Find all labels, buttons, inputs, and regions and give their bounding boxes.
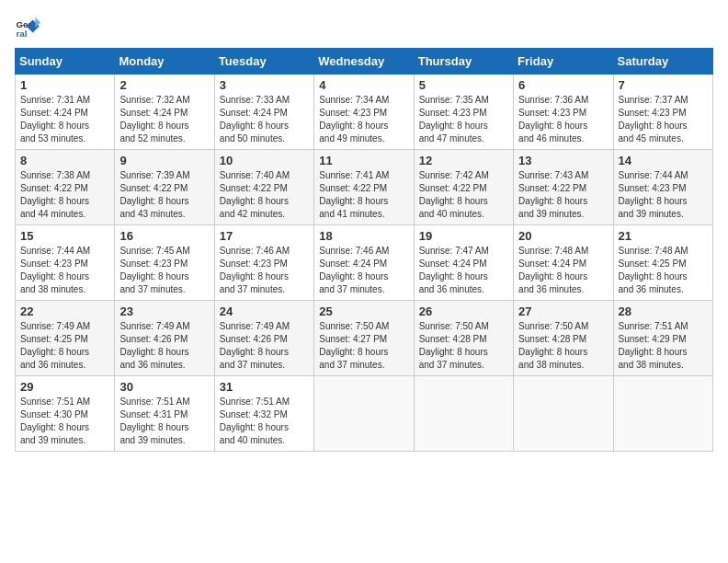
day-number: 1 bbox=[20, 78, 109, 92]
day-info: Sunrise: 7:45 AM Sunset: 4:23 PM Dayligh… bbox=[119, 245, 209, 296]
day-cell: 5Sunrise: 7:35 AM Sunset: 4:23 PM Daylig… bbox=[414, 75, 513, 150]
header-monday: Monday bbox=[115, 49, 214, 75]
day-cell: 31Sunrise: 7:51 AM Sunset: 4:32 PM Dayli… bbox=[214, 376, 313, 452]
day-number: 18 bbox=[319, 229, 408, 243]
day-cell: 17Sunrise: 7:46 AM Sunset: 4:23 PM Dayli… bbox=[214, 225, 313, 301]
header-tuesday: Tuesday bbox=[214, 49, 313, 75]
day-number: 5 bbox=[419, 78, 508, 92]
week-row-4: 22Sunrise: 7:49 AM Sunset: 4:25 PM Dayli… bbox=[16, 301, 713, 376]
day-cell: 12Sunrise: 7:42 AM Sunset: 4:22 PM Dayli… bbox=[414, 150, 513, 225]
logo-icon: Gene ral bbox=[15, 15, 40, 40]
day-number: 26 bbox=[419, 304, 508, 318]
day-info: Sunrise: 7:32 AM Sunset: 4:24 PM Dayligh… bbox=[119, 94, 209, 145]
day-info: Sunrise: 7:34 AM Sunset: 4:23 PM Dayligh… bbox=[319, 94, 408, 145]
day-number: 6 bbox=[518, 78, 608, 92]
day-info: Sunrise: 7:39 AM Sunset: 4:22 PM Dayligh… bbox=[119, 169, 209, 221]
day-info: Sunrise: 7:49 AM Sunset: 4:26 PM Dayligh… bbox=[220, 320, 309, 372]
day-info: Sunrise: 7:50 AM Sunset: 4:28 PM Dayligh… bbox=[419, 320, 508, 372]
day-number: 10 bbox=[220, 154, 309, 167]
day-cell bbox=[514, 376, 613, 452]
day-cell: 24Sunrise: 7:49 AM Sunset: 4:26 PM Dayli… bbox=[214, 301, 313, 376]
day-cell: 29Sunrise: 7:51 AM Sunset: 4:30 PM Dayli… bbox=[16, 376, 115, 452]
day-number: 9 bbox=[119, 154, 209, 167]
day-info: Sunrise: 7:31 AM Sunset: 4:24 PM Dayligh… bbox=[20, 94, 109, 145]
day-info: Sunrise: 7:44 AM Sunset: 4:23 PM Dayligh… bbox=[20, 245, 109, 296]
day-number: 23 bbox=[119, 304, 209, 318]
day-cell: 4Sunrise: 7:34 AM Sunset: 4:23 PM Daylig… bbox=[314, 75, 414, 150]
day-number: 2 bbox=[119, 78, 209, 92]
day-cell: 30Sunrise: 7:51 AM Sunset: 4:31 PM Dayli… bbox=[115, 376, 214, 452]
day-info: Sunrise: 7:51 AM Sunset: 4:29 PM Dayligh… bbox=[619, 320, 708, 372]
day-number: 16 bbox=[119, 229, 209, 243]
day-number: 17 bbox=[220, 229, 309, 243]
day-number: 28 bbox=[619, 304, 708, 318]
day-number: 24 bbox=[220, 304, 309, 318]
day-cell: 11Sunrise: 7:41 AM Sunset: 4:22 PM Dayli… bbox=[314, 150, 414, 225]
day-info: Sunrise: 7:48 AM Sunset: 4:24 PM Dayligh… bbox=[518, 245, 608, 296]
day-number: 29 bbox=[20, 380, 109, 394]
header-friday: Friday bbox=[514, 49, 613, 75]
day-number: 4 bbox=[319, 78, 408, 92]
day-info: Sunrise: 7:46 AM Sunset: 4:24 PM Dayligh… bbox=[319, 245, 408, 296]
day-cell: 28Sunrise: 7:51 AM Sunset: 4:29 PM Dayli… bbox=[613, 301, 712, 376]
day-info: Sunrise: 7:33 AM Sunset: 4:24 PM Dayligh… bbox=[220, 94, 309, 145]
day-cell: 22Sunrise: 7:49 AM Sunset: 4:25 PM Dayli… bbox=[16, 301, 115, 376]
day-info: Sunrise: 7:40 AM Sunset: 4:22 PM Dayligh… bbox=[220, 169, 309, 221]
day-number: 12 bbox=[419, 154, 508, 167]
day-info: Sunrise: 7:51 AM Sunset: 4:30 PM Dayligh… bbox=[20, 396, 109, 447]
day-number: 30 bbox=[119, 380, 209, 394]
day-number: 21 bbox=[619, 229, 708, 243]
day-cell: 8Sunrise: 7:38 AM Sunset: 4:22 PM Daylig… bbox=[16, 150, 115, 225]
day-cell: 14Sunrise: 7:44 AM Sunset: 4:23 PM Dayli… bbox=[613, 150, 712, 225]
day-number: 25 bbox=[319, 304, 408, 318]
week-row-3: 15Sunrise: 7:44 AM Sunset: 4:23 PM Dayli… bbox=[16, 225, 713, 301]
day-cell: 20Sunrise: 7:48 AM Sunset: 4:24 PM Dayli… bbox=[514, 225, 613, 301]
day-info: Sunrise: 7:46 AM Sunset: 4:23 PM Dayligh… bbox=[220, 245, 309, 296]
day-info: Sunrise: 7:49 AM Sunset: 4:25 PM Dayligh… bbox=[20, 320, 109, 372]
logo: Gene ral bbox=[15, 15, 44, 40]
day-number: 13 bbox=[518, 154, 608, 167]
day-cell: 21Sunrise: 7:48 AM Sunset: 4:25 PM Dayli… bbox=[613, 225, 712, 301]
day-cell: 2Sunrise: 7:32 AM Sunset: 4:24 PM Daylig… bbox=[115, 75, 214, 150]
day-info: Sunrise: 7:38 AM Sunset: 4:22 PM Dayligh… bbox=[20, 169, 109, 221]
day-number: 22 bbox=[20, 304, 109, 318]
calendar-table: SundayMondayTuesdayWednesdayThursdayFrid… bbox=[15, 48, 713, 452]
day-number: 8 bbox=[20, 154, 109, 167]
day-info: Sunrise: 7:51 AM Sunset: 4:32 PM Dayligh… bbox=[220, 396, 309, 447]
day-cell: 6Sunrise: 7:36 AM Sunset: 4:23 PM Daylig… bbox=[514, 75, 613, 150]
day-number: 19 bbox=[419, 229, 508, 243]
day-info: Sunrise: 7:47 AM Sunset: 4:24 PM Dayligh… bbox=[419, 245, 508, 296]
day-cell: 26Sunrise: 7:50 AM Sunset: 4:28 PM Dayli… bbox=[414, 301, 513, 376]
day-info: Sunrise: 7:43 AM Sunset: 4:22 PM Dayligh… bbox=[518, 169, 608, 221]
day-number: 14 bbox=[619, 154, 708, 167]
day-cell: 19Sunrise: 7:47 AM Sunset: 4:24 PM Dayli… bbox=[414, 225, 513, 301]
week-row-5: 29Sunrise: 7:51 AM Sunset: 4:30 PM Dayli… bbox=[16, 376, 713, 452]
day-info: Sunrise: 7:37 AM Sunset: 4:23 PM Dayligh… bbox=[619, 94, 708, 145]
header-saturday: Saturday bbox=[613, 49, 712, 75]
page-header: Gene ral bbox=[15, 15, 713, 40]
day-info: Sunrise: 7:42 AM Sunset: 4:22 PM Dayligh… bbox=[419, 169, 508, 221]
week-row-2: 8Sunrise: 7:38 AM Sunset: 4:22 PM Daylig… bbox=[16, 150, 713, 225]
week-row-1: 1Sunrise: 7:31 AM Sunset: 4:24 PM Daylig… bbox=[16, 75, 713, 150]
day-number: 15 bbox=[20, 229, 109, 243]
day-number: 3 bbox=[220, 78, 309, 92]
day-info: Sunrise: 7:50 AM Sunset: 4:27 PM Dayligh… bbox=[319, 320, 408, 372]
day-cell: 7Sunrise: 7:37 AM Sunset: 4:23 PM Daylig… bbox=[613, 75, 712, 150]
header-sunday: Sunday bbox=[16, 49, 115, 75]
day-cell bbox=[414, 376, 513, 452]
day-info: Sunrise: 7:44 AM Sunset: 4:23 PM Dayligh… bbox=[619, 169, 708, 221]
day-cell: 3Sunrise: 7:33 AM Sunset: 4:24 PM Daylig… bbox=[214, 75, 313, 150]
day-cell: 10Sunrise: 7:40 AM Sunset: 4:22 PM Dayli… bbox=[214, 150, 313, 225]
day-cell: 23Sunrise: 7:49 AM Sunset: 4:26 PM Dayli… bbox=[115, 301, 214, 376]
day-cell: 27Sunrise: 7:50 AM Sunset: 4:28 PM Dayli… bbox=[514, 301, 613, 376]
day-number: 27 bbox=[518, 304, 608, 318]
day-cell bbox=[314, 376, 414, 452]
day-info: Sunrise: 7:41 AM Sunset: 4:22 PM Dayligh… bbox=[319, 169, 408, 221]
day-number: 20 bbox=[518, 229, 608, 243]
day-number: 11 bbox=[319, 154, 408, 167]
header-wednesday: Wednesday bbox=[314, 49, 414, 75]
day-cell: 18Sunrise: 7:46 AM Sunset: 4:24 PM Dayli… bbox=[314, 225, 414, 301]
day-cell: 1Sunrise: 7:31 AM Sunset: 4:24 PM Daylig… bbox=[16, 75, 115, 150]
day-number: 7 bbox=[619, 78, 708, 92]
day-cell bbox=[613, 376, 712, 452]
